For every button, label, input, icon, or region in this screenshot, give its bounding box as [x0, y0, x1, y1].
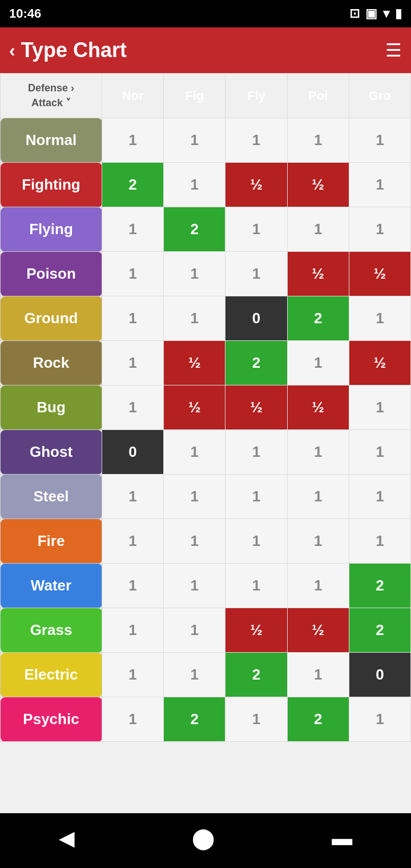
home-nav-button[interactable]: ⬤	[192, 826, 215, 850]
status-icons: ⊡ ▣ ▾ ▮	[349, 6, 402, 21]
value-cell: 1	[102, 475, 164, 519]
value-cell: 1	[102, 341, 164, 385]
value-cell: 1	[349, 475, 410, 519]
value-cell: ½	[287, 608, 349, 653]
back-nav-button[interactable]: ◀	[59, 826, 75, 850]
value-cell: 1	[164, 252, 225, 296]
col-header-poi[interactable]: Poi	[287, 74, 349, 118]
table-row: Steel11111	[1, 475, 411, 519]
value-cell: 1	[225, 564, 287, 608]
value-cell: 1	[287, 519, 349, 564]
value-cell: 1	[225, 430, 287, 475]
app-header: ‹ Type Chart ☰	[0, 27, 411, 73]
page-title: Type Chart	[21, 38, 127, 62]
value-cell: 1	[102, 564, 164, 608]
value-cell: ½	[287, 252, 349, 296]
value-cell: 1	[102, 385, 164, 430]
value-cell: 1	[102, 653, 164, 697]
type-chart-table-container: Defense › Attack ˅ NorFigFlyPoiGro Norma…	[0, 73, 411, 813]
menu-button[interactable]: ☰	[385, 39, 402, 61]
col-header-fig[interactable]: Fig	[164, 74, 225, 118]
value-cell: ½	[287, 385, 349, 430]
table-row: Grass11½½2	[1, 608, 411, 653]
value-cell: ½	[349, 341, 410, 385]
type-label-bug[interactable]: Bug	[1, 385, 102, 430]
value-cell: 1	[349, 163, 410, 207]
back-button[interactable]: ‹	[9, 40, 15, 61]
value-cell: 1	[225, 118, 287, 163]
value-cell: 1	[225, 697, 287, 742]
type-label-flying[interactable]: Flying	[1, 207, 102, 252]
table-row: Ground11021	[1, 296, 411, 341]
value-cell: 1	[164, 163, 225, 207]
table-row: Ghost01111	[1, 430, 411, 475]
value-cell: 1	[225, 475, 287, 519]
value-cell: 1	[164, 519, 225, 564]
battery-icon: ▮	[395, 6, 402, 21]
type-label-poison[interactable]: Poison	[1, 252, 102, 296]
value-cell: 1	[102, 519, 164, 564]
value-cell: 1	[102, 608, 164, 653]
status-bar: 10:46 ⊡ ▣ ▾ ▮	[0, 0, 411, 27]
value-cell: ½	[164, 341, 225, 385]
type-label-fire[interactable]: Fire	[1, 519, 102, 564]
table-row: Flying12111	[1, 207, 411, 252]
value-cell: 0	[102, 430, 164, 475]
type-label-rock[interactable]: Rock	[1, 341, 102, 385]
table-row: Poison111½½	[1, 252, 411, 296]
value-cell: 2	[349, 564, 410, 608]
type-label-ground[interactable]: Ground	[1, 296, 102, 341]
type-label-electric[interactable]: Electric	[1, 653, 102, 697]
column-header-row: Defense › Attack ˅ NorFigFlyPoiGro	[1, 74, 411, 118]
value-cell: 1	[164, 296, 225, 341]
value-cell: 1	[287, 475, 349, 519]
value-cell: 1	[164, 430, 225, 475]
value-cell: 1	[102, 118, 164, 163]
value-cell: 1	[287, 118, 349, 163]
type-label-water[interactable]: Water	[1, 564, 102, 608]
recents-nav-button[interactable]: ▬	[332, 826, 352, 850]
corner-cell: Defense › Attack ˅	[1, 74, 102, 118]
table-row: Bug1½½½1	[1, 385, 411, 430]
table-row: Fire11111	[1, 519, 411, 564]
value-cell: 2	[225, 653, 287, 697]
wifi-icon: ▾	[383, 6, 389, 21]
value-cell: 1	[102, 252, 164, 296]
value-cell: 1	[164, 118, 225, 163]
value-cell: 2	[349, 608, 410, 653]
value-cell: 1	[349, 385, 410, 430]
value-cell: 1	[164, 608, 225, 653]
value-cell: 1	[225, 519, 287, 564]
defense-label: Defense ›	[1, 81, 102, 95]
value-cell: ½	[225, 608, 287, 653]
value-cell: 1	[225, 207, 287, 252]
type-label-fighting[interactable]: Fighting	[1, 163, 102, 207]
type-label-grass[interactable]: Grass	[1, 608, 102, 653]
type-label-normal[interactable]: Normal	[1, 118, 102, 163]
cast-icon: ⊡	[349, 6, 360, 21]
type-label-psychic[interactable]: Psychic	[1, 697, 102, 742]
type-label-steel[interactable]: Steel	[1, 475, 102, 519]
value-cell: 1	[349, 207, 410, 252]
value-cell: ½	[287, 163, 349, 207]
value-cell: ½	[164, 385, 225, 430]
value-cell: 1	[102, 207, 164, 252]
table-row: Fighting21½½1	[1, 163, 411, 207]
type-label-ghost[interactable]: Ghost	[1, 430, 102, 475]
value-cell: 0	[349, 653, 410, 697]
header-left: ‹ Type Chart	[9, 38, 127, 62]
col-header-gro[interactable]: Gro	[349, 74, 410, 118]
value-cell: 1	[102, 296, 164, 341]
col-header-nor[interactable]: Nor	[102, 74, 164, 118]
value-cell: 2	[102, 163, 164, 207]
value-cell: 2	[287, 296, 349, 341]
value-cell: 1	[349, 697, 410, 742]
value-cell: 1	[287, 207, 349, 252]
type-chart-table: Defense › Attack ˅ NorFigFlyPoiGro Norma…	[0, 73, 411, 742]
value-cell: 1	[349, 296, 410, 341]
vibrate-icon: ▣	[365, 6, 377, 21]
table-row: Psychic12121	[1, 697, 411, 742]
value-cell: 1	[287, 430, 349, 475]
value-cell: 2	[164, 207, 225, 252]
col-header-fly[interactable]: Fly	[225, 74, 287, 118]
